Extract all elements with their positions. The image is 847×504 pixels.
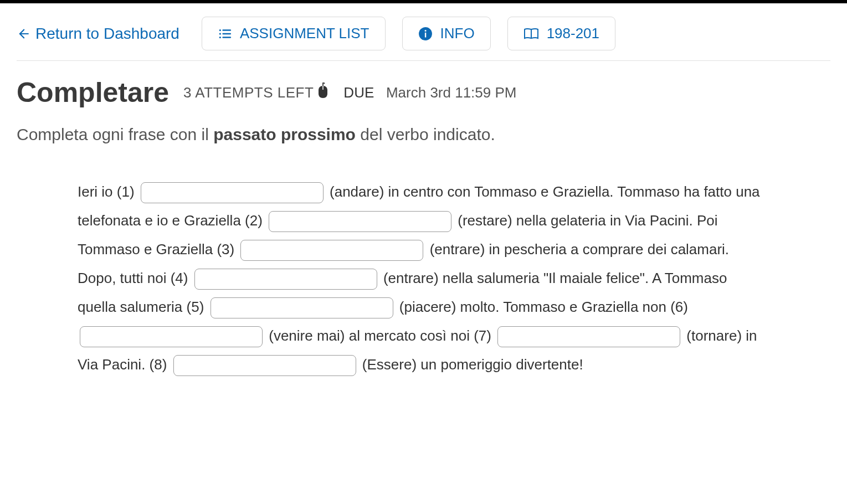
book-icon (523, 28, 539, 40)
attempts-left: 3 ATTEMPTS LEFT (183, 84, 329, 101)
return-label: Return to Dashboard (35, 25, 179, 43)
blank-input-4[interactable] (194, 269, 377, 290)
instructions: Completa ogni frase con il passato pross… (17, 125, 830, 144)
pages-button[interactable]: 198-201 (507, 17, 615, 50)
svg-point-3 (219, 29, 221, 30)
info-label: INFO (440, 25, 475, 42)
assignment-list-label: ASSIGNMENT LIST (240, 25, 369, 42)
svg-rect-7 (424, 32, 425, 37)
exercise-paragraph: Ieri io (1) (andare) in centro con Tomma… (78, 177, 769, 379)
text-segment: (piacere) molto. Tommaso e Graziella non… (396, 299, 688, 315)
blank-input-6[interactable] (80, 326, 263, 347)
due-label: DUE (343, 84, 374, 101)
return-to-dashboard-link[interactable]: Return to Dashboard (17, 25, 179, 43)
blank-input-3[interactable] (240, 240, 423, 261)
header-row: Return to Dashboard ASSIGNMENT LIST INFO… (17, 3, 830, 61)
text-segment: (Essere) un pomeriggio divertente! (358, 356, 583, 373)
assignment-title: Completare (17, 76, 169, 109)
blank-input-5[interactable] (211, 297, 393, 318)
due-datetime: March 3rd 11:59 PM (386, 84, 517, 101)
arrow-left-icon (17, 27, 31, 41)
svg-point-4 (219, 33, 221, 34)
mouse-icon (317, 83, 329, 98)
svg-point-8 (424, 30, 426, 32)
blank-input-7[interactable] (497, 326, 680, 347)
due-block: DUE March 3rd 11:59 PM (343, 84, 516, 101)
blank-input-1[interactable] (141, 182, 324, 203)
list-icon (218, 27, 232, 41)
assignment-list-button[interactable]: ASSIGNMENT LIST (202, 17, 386, 50)
text-segment: (venire mai) al mercato così noi (7) (265, 327, 495, 344)
instructions-bold: passato prossimo (213, 125, 356, 143)
svg-point-5 (219, 36, 221, 38)
pages-label: 198-201 (547, 25, 599, 42)
blank-input-8[interactable] (173, 355, 356, 376)
info-icon (418, 27, 433, 41)
title-row: Completare 3 ATTEMPTS LEFT DUE March 3rd… (17, 76, 830, 109)
text-segment: Ieri io (1) (78, 183, 138, 200)
blank-input-2[interactable] (269, 211, 451, 232)
main-content: Completare 3 ATTEMPTS LEFT DUE March 3rd… (0, 61, 847, 379)
instructions-post: del verbo indicato. (356, 125, 495, 143)
info-button[interactable]: INFO (402, 17, 491, 50)
instructions-pre: Completa ogni frase con il (17, 125, 213, 143)
attempts-text: 3 ATTEMPTS LEFT (183, 84, 314, 101)
